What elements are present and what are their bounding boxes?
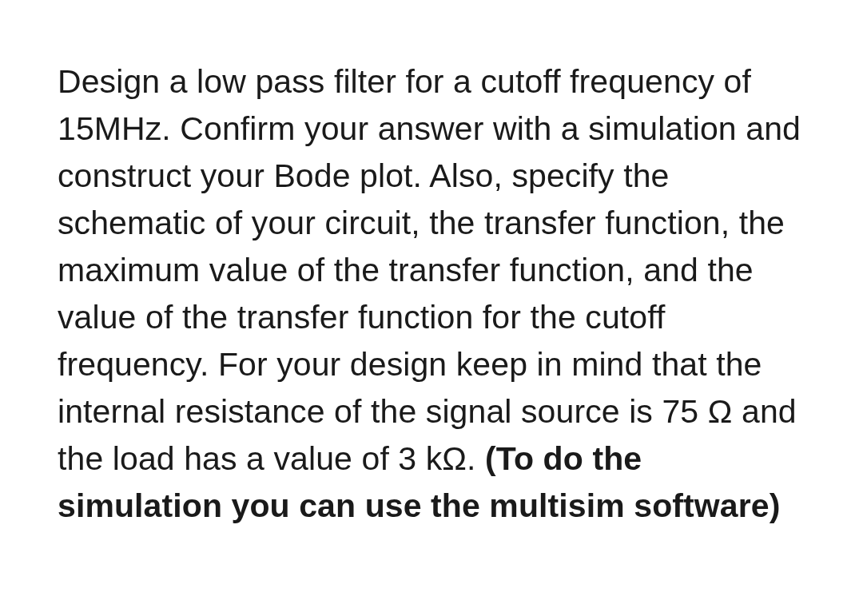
document-page: Design a low pass filter for a cutoff fr…: [0, 0, 863, 616]
problem-body-plain: Design a low pass filter for a cutoff fr…: [58, 63, 801, 477]
problem-statement: Design a low pass filter for a cutoff fr…: [58, 58, 805, 530]
